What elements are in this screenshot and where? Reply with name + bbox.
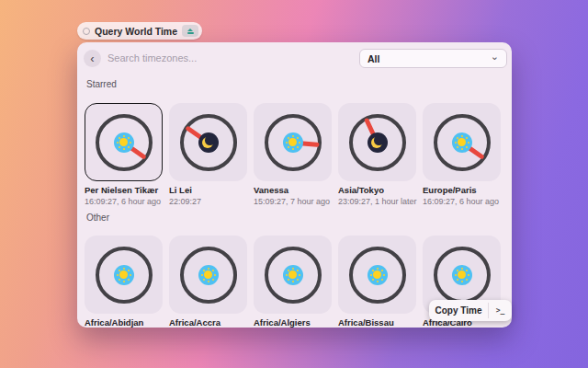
timezone-time: 23:09:27, 1 hour later <box>338 197 417 206</box>
clock-face <box>349 114 406 171</box>
clock-face <box>96 114 153 171</box>
clock-face <box>265 247 322 304</box>
clock-face <box>434 114 491 171</box>
window-proxy-icon <box>83 28 90 35</box>
back-button[interactable]: ‹ <box>84 50 101 67</box>
timezone-name: Li Lei <box>169 185 248 195</box>
copy-time-button[interactable]: Copy Time <box>429 300 488 321</box>
sun-icon <box>452 265 472 285</box>
timezone-cell: Per Nielsen Tikær 16:09:27, 6 hour ago <box>85 103 164 206</box>
timezone-name: Africa/Algiers <box>254 317 333 328</box>
clock-face <box>349 247 406 304</box>
clock-card[interactable] <box>338 236 416 314</box>
timezone-cell: Africa/Accra <box>169 236 248 328</box>
timezone-name: Africa/Abidjan <box>85 317 164 328</box>
chevron-down-icon: ⌄ <box>491 51 499 63</box>
timezone-cell: Africa/Abidjan <box>85 236 164 328</box>
clock-face <box>180 247 237 304</box>
timezone-time: 15:09:27, 7 hour ago <box>254 197 333 206</box>
timezone-cell: Africa/Bissau <box>338 236 417 328</box>
sun-icon <box>198 265 219 285</box>
timezone-cell: Asia/Tokyo 23:09:27, 1 hour later <box>338 103 417 206</box>
window-title-pill[interactable]: Query World Time <box>77 22 202 40</box>
eject-icon[interactable] <box>182 25 198 37</box>
timezone-name: Per Nielsen Tikær <box>85 185 164 195</box>
chevron-left-icon: ‹ <box>90 52 94 65</box>
timezone-time: 22:09:27 <box>169 197 248 206</box>
clock-face <box>265 114 322 171</box>
clock-card[interactable] <box>85 236 163 314</box>
timezone-time: 16:09:27, 6 hour ago <box>423 197 502 206</box>
clock-card[interactable] <box>254 103 332 181</box>
clock-face <box>434 247 491 304</box>
window-title: Query World Time <box>95 26 177 37</box>
clock-card[interactable] <box>254 236 332 314</box>
timezone-name: Africa/Bissau <box>338 317 417 328</box>
timezone-name: Vanessa <box>254 185 333 195</box>
moon-icon <box>368 132 388 153</box>
sun-icon <box>283 265 303 285</box>
clock-face <box>96 247 153 304</box>
timezone-name: Africa/Accra <box>169 317 248 328</box>
search-input[interactable]: Search timezones... <box>107 52 197 63</box>
sun-icon <box>114 265 134 285</box>
clock-card[interactable] <box>423 103 501 181</box>
filter-dropdown[interactable]: All ⌄ <box>359 49 507 68</box>
timezone-cell: Vanessa 15:09:27, 7 hour ago <box>254 103 333 206</box>
desktop-background: Query World Time ‹ Search timezones... A… <box>0 0 588 368</box>
clock-card[interactable] <box>85 103 163 181</box>
clock-face <box>180 114 237 171</box>
terminal-prompt-icon: >_ <box>496 306 505 315</box>
timezone-cell: Africa/Algiers <box>254 236 333 328</box>
sun-icon <box>452 132 472 153</box>
moon-icon <box>198 132 219 153</box>
clock-card[interactable] <box>338 103 416 181</box>
terminal-button[interactable]: >_ <box>489 300 512 321</box>
clock-card[interactable] <box>169 103 247 181</box>
sun-icon <box>283 132 303 153</box>
timezone-name: Europe/Paris <box>423 185 502 195</box>
sun-icon <box>368 265 388 285</box>
filter-dropdown-value: All <box>368 53 379 64</box>
clock-card[interactable] <box>169 236 247 314</box>
timezone-name: Asia/Tokyo <box>338 185 417 195</box>
timezone-cell: Europe/Paris 16:09:27, 6 hour ago <box>423 103 502 206</box>
copy-time-popup: Copy Time >_ <box>429 300 512 321</box>
section-label-other: Other <box>86 213 109 223</box>
sun-icon <box>114 132 134 153</box>
timezone-cell: Li Lei 22:09:27 <box>169 103 248 206</box>
timezone-time: 16:09:27, 6 hour ago <box>85 197 164 206</box>
section-label-starred: Starred <box>86 79 117 89</box>
app-window: ‹ Search timezones... All ⌄ Starred Per … <box>77 42 512 328</box>
